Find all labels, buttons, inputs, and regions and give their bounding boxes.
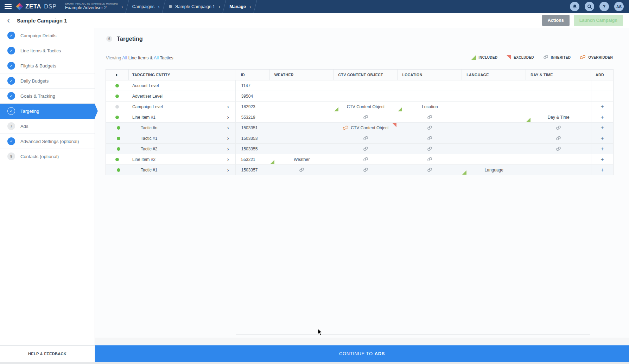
- legend-label: OVERRIDDEN: [588, 56, 613, 59]
- add-targeting-button[interactable]: +: [601, 157, 604, 162]
- weather-cell: Weather: [270, 154, 334, 164]
- breadcrumb-item-example-advertiser-2[interactable]: SMART PROJECTS (VARIABLE MARGIN)Example …: [60, 0, 127, 13]
- breadcrumb-project-label: SMART PROJECTS (VARIABLE MARGIN): [65, 2, 118, 5]
- back-chevron-icon[interactable]: ‹: [7, 16, 10, 25]
- viewing-all-line-items-link[interactable]: All: [122, 56, 127, 60]
- weather-cell: [270, 133, 334, 143]
- status-cell: [106, 112, 129, 122]
- chevron-right-icon: ›: [121, 4, 123, 9]
- status-dot-green: [115, 84, 119, 87]
- id-value: 1503351: [241, 125, 258, 130]
- breadcrumb-item-sample-campaign-1[interactable]: Sample Campaign 1›: [164, 0, 224, 13]
- sidebar-item-advanced-settings-optional[interactable]: ✓Advanced Settings (optional): [0, 134, 95, 149]
- sidebar-item-line-items-tactics[interactable]: ✓Line Items & Tactics: [0, 43, 95, 58]
- sidebar-item-label: Advanced Settings (optional): [20, 139, 79, 144]
- sidebar-item-goals-tracking[interactable]: ✓Goals & Tracking: [0, 89, 95, 104]
- location-cell: [398, 91, 462, 101]
- included-label: Day & Time: [526, 115, 591, 120]
- zeta-dsp-logo[interactable]: ZETA DSP: [17, 3, 57, 10]
- included-label: Weather: [270, 157, 334, 162]
- user-avatar[interactable]: AS: [614, 2, 624, 11]
- check-icon: ✓: [7, 107, 15, 115]
- language-cell: [462, 80, 526, 91]
- horizontal-scrollbar[interactable]: [236, 334, 590, 334]
- inherited-link-icon: [398, 147, 462, 151]
- table-row-advertiser-level-39504: Advertiser Level39504: [106, 91, 613, 101]
- excluded-triangle-icon: [392, 123, 396, 127]
- expand-chevron-icon[interactable]: ›: [227, 167, 229, 173]
- breadcrumb-item-campaigns[interactable]: Campaigns›: [127, 0, 164, 13]
- sidebar-item-campaign-details[interactable]: ✓Campaign Details: [0, 28, 95, 43]
- ctv-cell: [334, 133, 398, 143]
- sidebar-item-label: Flights & Budgets: [20, 63, 56, 69]
- inherited-link-icon: [526, 125, 591, 130]
- viewing-all-tactics-link[interactable]: All: [154, 56, 159, 60]
- add-targeting-button[interactable]: +: [601, 115, 604, 120]
- table-row-line-item-2-553221: Line Item #2›553221Weather+: [106, 154, 613, 164]
- expand-chevron-icon[interactable]: ›: [227, 124, 229, 131]
- language-cell: Language: [462, 165, 526, 175]
- status-cell: [106, 133, 129, 143]
- add-targeting-button[interactable]: +: [601, 167, 604, 173]
- hamburger-menu-icon[interactable]: [5, 4, 12, 9]
- help-button[interactable]: ?: [599, 2, 609, 11]
- language-cell: [462, 123, 526, 133]
- status-dot-green: [117, 137, 120, 140]
- language-cell: [462, 133, 526, 143]
- id-cell: 1503357: [235, 165, 270, 175]
- launch-campaign-button[interactable]: Launch Campaign: [574, 15, 623, 26]
- legend-excluded: EXCLUDED: [507, 55, 534, 60]
- status-dot-green: [115, 158, 119, 161]
- add-targeting-button[interactable]: +: [601, 146, 604, 152]
- step-number-badge: 7: [7, 122, 15, 130]
- add-targeting-button[interactable]: +: [601, 125, 604, 131]
- breadcrumb-label: Campaigns: [132, 4, 154, 9]
- search-button[interactable]: [585, 2, 594, 11]
- expand-chevron-icon[interactable]: ›: [227, 114, 229, 120]
- location-cell: [398, 123, 462, 133]
- logo-dsp-text: DSP: [44, 4, 57, 10]
- expand-chevron-icon[interactable]: ›: [227, 103, 229, 110]
- id-cell: 39504: [235, 91, 270, 101]
- expand-chevron-icon[interactable]: ›: [227, 135, 229, 141]
- breadcrumbs: SMART PROJECTS (VARIABLE MARGIN)Example …: [60, 0, 255, 13]
- id-cell: 1147: [235, 80, 270, 91]
- campaign-title-bar: ‹ Sample Campaign 1 Actions Launch Campa…: [0, 13, 629, 28]
- notifications-button[interactable]: [570, 2, 579, 11]
- contrast-icon[interactable]: ◐: [115, 72, 119, 78]
- table-row-tactic-n-1503351: Tactic #n›1503351CTV Content Object+: [106, 122, 613, 133]
- sidebar-item-contacts-optional[interactable]: 9Contacts (optional): [0, 149, 95, 164]
- sidebar-item-ads[interactable]: 7Ads: [0, 119, 95, 134]
- overridden-content: CTV Content Object: [334, 125, 398, 130]
- add-cell: +: [591, 144, 613, 154]
- status-cell: [106, 91, 129, 101]
- top-navbar: ZETA DSP SMART PROJECTS (VARIABLE MARGIN…: [0, 0, 629, 13]
- targeting-legend: INCLUDEDEXCLUDEDINHERITEDOVERRIDDEN: [471, 55, 613, 60]
- entity-cell: Tactic #2›: [129, 144, 235, 154]
- sidebar-item-targeting[interactable]: ✓Targeting: [0, 104, 95, 119]
- location-cell: [398, 144, 462, 154]
- sidebar-item-flights-budgets[interactable]: ✓Flights & Budgets: [0, 58, 95, 73]
- daytime-cell: [526, 123, 591, 133]
- inherited-link-icon: [398, 115, 462, 119]
- actions-button[interactable]: Actions: [542, 15, 570, 26]
- id-value: 553221: [241, 157, 255, 162]
- viewing-prefix: Viewing: [106, 56, 121, 60]
- continue-to-ads-button[interactable]: CONTINUE TO ADS: [95, 345, 629, 362]
- table-row-campaign-level-182923: Campaign Level›182923CTV Content ObjectL…: [106, 101, 613, 112]
- sidebar-item-daily-budgets[interactable]: ✓Daily Budgets: [0, 73, 95, 89]
- breadcrumb-item-manage[interactable]: Manage›: [224, 0, 255, 13]
- expand-chevron-icon[interactable]: ›: [227, 156, 229, 162]
- inherited-link-icon: [398, 125, 462, 130]
- add-cell: +: [591, 154, 613, 164]
- chevron-right-icon: ›: [218, 4, 220, 9]
- help-feedback-button[interactable]: HELP & FEEDBACK: [0, 345, 95, 362]
- entity-label: Tactic #1: [141, 168, 157, 173]
- add-targeting-button[interactable]: +: [601, 136, 604, 141]
- sidebar-item-label: Targeting: [20, 109, 39, 114]
- add-targeting-button[interactable]: +: [601, 104, 604, 110]
- daytime-cell: [526, 91, 591, 101]
- sidebar-item-label: Ads: [20, 124, 28, 129]
- expand-chevron-icon[interactable]: ›: [227, 145, 229, 152]
- bottom-strip: [0, 362, 629, 364]
